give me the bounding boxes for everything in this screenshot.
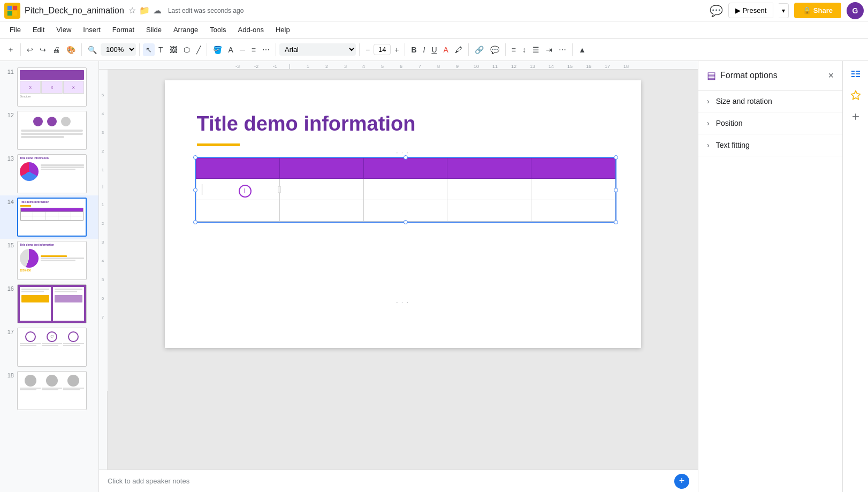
slide-item-11[interactable]: 11 X X X Structure — [0, 65, 98, 109]
zoom-out-button[interactable]: 🔍 — [85, 43, 100, 56]
avatar[interactable]: G — [847, 2, 864, 19]
add-button[interactable]: ＋ — [4, 43, 17, 57]
sidebar-add-button[interactable] — [847, 108, 864, 125]
slide-item-15[interactable]: 15 Title demo text information $250,000 — [0, 239, 98, 282]
border-color-button[interactable]: ─ — [237, 43, 248, 56]
cloud-icon[interactable]: ☁ — [153, 5, 162, 16]
table-row-2[interactable] — [196, 179, 615, 200]
explore-button[interactable] — [847, 87, 864, 104]
menu-slide[interactable]: Slide — [141, 24, 167, 36]
menu-addons[interactable]: Add-ons — [233, 24, 269, 36]
notes-bar[interactable]: Click to add speaker notes + — [99, 470, 698, 492]
title-icons: ☆ 📁 ☁ — [128, 5, 162, 16]
fill-color-button[interactable]: 🪣 — [210, 43, 225, 56]
lines-tool[interactable]: ╱ — [194, 43, 203, 56]
slide-thumb-14: Title demo information — [17, 198, 87, 237]
canvas-scroll[interactable]: Title demo information · · · — [108, 70, 698, 470]
border-weight-button[interactable]: ≡ — [249, 43, 258, 56]
slide-item-12[interactable]: 12 — [0, 109, 98, 152]
image-tool[interactable]: 🖼 — [167, 43, 180, 56]
slide-thumb-11: X X X Structure — [17, 67, 87, 107]
menu-insert[interactable]: Insert — [78, 24, 106, 36]
folder-icon[interactable]: 📁 — [139, 5, 150, 16]
menu-format[interactable]: Format — [107, 24, 140, 36]
present-button[interactable]: ▶ Present — [728, 3, 773, 18]
more-button[interactable]: ⋯ — [556, 43, 569, 56]
menu-edit[interactable]: Edit — [27, 24, 50, 36]
insert-comment-button[interactable]: 💬 — [488, 43, 502, 56]
italic-button[interactable]: I — [421, 43, 428, 56]
svg-text:4: 4 — [102, 111, 104, 116]
resize-handle-bottom[interactable] — [403, 220, 408, 224]
resize-handle-tr[interactable] — [614, 155, 618, 160]
undo-button[interactable]: ↩ — [24, 43, 36, 56]
slide-item-14[interactable]: 14 Title demo information — [0, 195, 98, 239]
share-button[interactable]: 🔒 Share — [794, 3, 841, 18]
resize-handle-br[interactable] — [614, 220, 618, 224]
star-icon[interactable]: ☆ — [128, 5, 136, 16]
bold-button[interactable]: B — [408, 43, 419, 56]
resize-handle-tl[interactable] — [193, 155, 197, 160]
menu-tools[interactable]: Tools — [204, 24, 231, 36]
svg-text:15: 15 — [567, 64, 573, 69]
format-header: ▤ Format options × — [698, 61, 842, 90]
text-color-btn2[interactable]: A — [441, 43, 451, 56]
present-dropdown-button[interactable]: ▾ — [779, 3, 789, 18]
menu-file[interactable]: File — [4, 24, 26, 36]
slide-item-18[interactable]: 18 — [0, 369, 98, 412]
slide-number-13: 13 — [4, 154, 14, 162]
doc-title[interactable]: Pitch_Deck_no_animation — [25, 6, 124, 16]
svg-text:6: 6 — [400, 64, 402, 69]
border-dash-button[interactable]: ⋯ — [260, 43, 272, 56]
top-right-actions: 💬 ▶ Present ▾ 🔒 Share G — [710, 2, 864, 19]
resize-handle-right[interactable] — [614, 188, 618, 192]
format-section-textfit[interactable]: › Text fitting — [698, 134, 842, 156]
slide-table[interactable] — [196, 158, 615, 222]
format-section-size[interactable]: › Size and rotation — [698, 90, 842, 112]
paint-format-button[interactable]: 🎨 — [64, 43, 78, 56]
slide-item-16[interactable]: 16 — [0, 282, 98, 326]
font-size-increase[interactable]: + — [392, 43, 401, 56]
menu-help[interactable]: Help — [270, 24, 295, 36]
slide-item-17[interactable]: 17 ♡ — [0, 326, 98, 369]
underline-button[interactable]: U — [429, 43, 439, 56]
redo-button[interactable]: ↪ — [37, 43, 49, 56]
zoom-fit-button[interactable]: + — [674, 474, 689, 489]
indent-button[interactable]: ⇥ — [543, 43, 555, 56]
notes-placeholder[interactable]: Click to add speaker notes — [108, 477, 189, 485]
format-icon: ▤ — [707, 70, 716, 81]
print-button[interactable]: 🖨 — [50, 43, 63, 56]
menu-arrange[interactable]: Arrange — [168, 24, 203, 36]
line-spacing-button[interactable]: ↕ — [520, 43, 529, 56]
font-select[interactable]: ArialTimes New Roman — [279, 43, 356, 56]
svg-text:1: 1 — [102, 168, 104, 172]
slide-canvas[interactable]: Title demo information · · · — [165, 80, 641, 348]
link-button[interactable]: 🔗 — [472, 43, 486, 56]
align-button[interactable]: ≡ — [509, 43, 519, 56]
highlight-button[interactable]: 🖍 — [452, 43, 465, 56]
zoom-controls: + — [674, 474, 689, 489]
slide-item-13[interactable]: 13 Title demo information — [0, 152, 98, 195]
resize-handle-bl[interactable] — [193, 220, 197, 224]
svg-rect-43 — [851, 76, 855, 77]
format-options-panel-button[interactable] — [847, 65, 864, 82]
svg-rect-46 — [856, 76, 860, 77]
comment-button[interactable]: 💬 — [710, 4, 723, 17]
cursor-tool[interactable]: ↖ — [143, 43, 155, 56]
table-container[interactable]: I — [196, 158, 615, 222]
format-panel: ▤ Format options × › Size and rotation ›… — [698, 61, 842, 492]
collapse-toolbar-button[interactable]: ▲ — [576, 43, 589, 56]
font-size-decrease[interactable]: − — [363, 43, 372, 56]
zoom-select[interactable]: 100%75%50% — [101, 43, 136, 56]
text-color-button[interactable]: A — [226, 43, 236, 56]
table-row-3[interactable] — [196, 200, 615, 222]
shapes-tool[interactable]: ⬡ — [181, 43, 193, 56]
font-size-input[interactable] — [374, 44, 391, 55]
format-section-position[interactable]: › Position — [698, 112, 842, 134]
list-button[interactable]: ☰ — [530, 43, 542, 56]
resize-handle-top[interactable] — [403, 155, 408, 160]
text-tool[interactable]: T — [156, 43, 166, 56]
menu-view[interactable]: View — [51, 24, 77, 36]
resize-handle-left[interactable] — [193, 188, 197, 192]
format-close-button[interactable]: × — [828, 70, 834, 81]
